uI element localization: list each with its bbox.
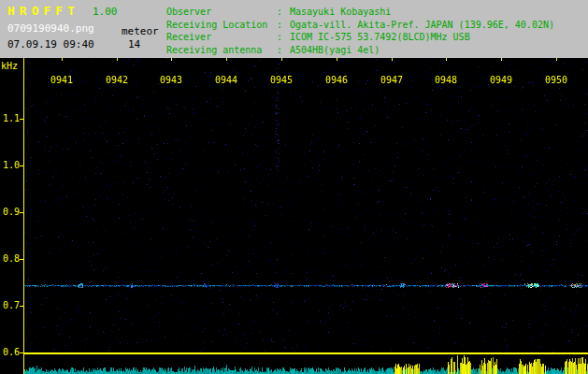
y-tick-mark bbox=[20, 259, 23, 260]
x-time-label: 0947 bbox=[380, 75, 404, 85]
y-tick-label: 0.9 bbox=[3, 207, 20, 217]
y-tick-mark bbox=[20, 212, 23, 213]
station-info-row-receiver: Receiver : ICOM IC-575 53.7492(8LCD)MHz … bbox=[166, 31, 554, 44]
x-tick-mark bbox=[117, 58, 118, 61]
y-tick-label: 0.7 bbox=[3, 300, 20, 310]
x-tick-mark bbox=[62, 58, 63, 61]
station-info-row-antenna: Receiving antenna : A504HB(yagi 4el) bbox=[166, 44, 554, 57]
x-tick-mark bbox=[446, 58, 447, 61]
station-info-colon: : bbox=[277, 31, 290, 44]
y-tick-label: 1.0 bbox=[3, 160, 20, 170]
x-tick-mark bbox=[556, 58, 557, 61]
spectrogram-panel: kHz1.11.00.90.80.70.60941094209430944094… bbox=[0, 58, 588, 374]
y-axis-line bbox=[23, 58, 24, 374]
y-tick-label: 1.1 bbox=[3, 113, 20, 123]
output-filename: 0709190940.png bbox=[7, 22, 94, 35]
x-time-label: 0944 bbox=[214, 75, 238, 85]
x-time-label: 0950 bbox=[544, 75, 568, 85]
hrofft-output-image: HROFFT 1.00 0709190940.png meteor 07.09.… bbox=[0, 0, 588, 374]
station-info-colon: : bbox=[277, 44, 290, 57]
level-meter-canvas bbox=[24, 354, 588, 374]
x-time-label: 0942 bbox=[105, 75, 129, 85]
app-version: 1.00 bbox=[93, 6, 118, 18]
y-tick-mark bbox=[20, 352, 23, 353]
observation-datetime: 07.09.19 09:40 bbox=[7, 38, 94, 50]
station-info: Observer : Masayuki Kobayashi Receiving … bbox=[166, 6, 554, 56]
x-time-label: 0945 bbox=[269, 75, 294, 85]
x-time-label: 0941 bbox=[50, 75, 74, 85]
station-info-label: Receiving Location bbox=[166, 19, 277, 32]
x-tick-mark bbox=[226, 58, 227, 61]
y-tick-label: 0.6 bbox=[3, 347, 20, 357]
x-time-label: 0943 bbox=[159, 75, 183, 85]
station-info-colon: : bbox=[277, 19, 290, 32]
header-bar: HROFFT 1.00 0709190940.png meteor 07.09.… bbox=[0, 0, 588, 58]
station-info-colon: : bbox=[277, 6, 290, 19]
station-info-label: Observer bbox=[166, 6, 277, 19]
app-title: HROFFT bbox=[7, 4, 79, 18]
y-axis-unit-label: kHz bbox=[1, 61, 18, 71]
y-tick-mark bbox=[20, 165, 23, 166]
x-tick-mark bbox=[337, 58, 337, 61]
station-info-value: Masayuki Kobayashi bbox=[290, 6, 391, 19]
x-time-label: 0948 bbox=[434, 75, 458, 85]
y-tick-mark bbox=[20, 119, 23, 120]
station-info-row-location: Receiving Location : Ogata-vill. Akita-P… bbox=[166, 19, 554, 32]
spectrogram-canvas bbox=[24, 58, 588, 352]
echo-count: 14 bbox=[128, 38, 140, 50]
x-time-label: 0946 bbox=[324, 75, 349, 85]
station-info-row-observer: Observer : Masayuki Kobayashi bbox=[166, 6, 554, 19]
station-info-label: Receiver bbox=[166, 31, 277, 44]
station-info-value: ICOM IC-575 53.7492(8LCD)MHz USB bbox=[290, 31, 470, 44]
station-info-value: A504HB(yagi 4el) bbox=[290, 44, 380, 57]
x-tick-mark bbox=[501, 58, 502, 61]
y-tick-label: 0.8 bbox=[3, 253, 20, 264]
x-time-label: 0949 bbox=[489, 75, 513, 85]
x-tick-mark bbox=[281, 58, 282, 61]
observation-mode-label: meteor bbox=[122, 25, 159, 37]
y-tick-mark bbox=[20, 306, 23, 307]
x-tick-mark bbox=[392, 58, 393, 61]
station-info-value: Ogata-vill. Akita-Pref. JAPAN (139.96E, … bbox=[290, 19, 554, 32]
x-tick-mark bbox=[171, 58, 172, 61]
station-info-label: Receiving antenna bbox=[166, 44, 277, 57]
